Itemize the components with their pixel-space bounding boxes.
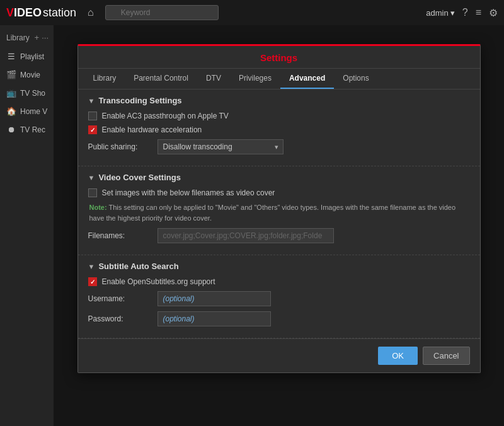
settings-modal: Settings Library Parental Control DTV Pr… xyxy=(77,44,481,373)
search-input[interactable] xyxy=(105,5,219,20)
sidebar-item-playlists[interactable]: ☰ Playlist xyxy=(0,47,54,66)
sidebar-item-homevideos[interactable]: 🏠 Home V xyxy=(0,102,54,120)
filenames-label: Filenames: xyxy=(88,231,151,240)
help-icon[interactable]: ? xyxy=(462,7,468,18)
filenames-input[interactable] xyxy=(158,228,334,243)
tvrecordings-icon: ⏺ xyxy=(6,125,16,134)
search-wrap: 🔍 xyxy=(105,5,219,20)
movies-icon: 🎬 xyxy=(6,70,16,79)
ac3-label: Enable AC3 passthrough on Apple TV xyxy=(102,112,229,120)
hw-accel-checkbox[interactable] xyxy=(88,125,97,134)
admin-label: admin xyxy=(426,8,448,18)
ac3-checkbox[interactable] xyxy=(88,112,97,120)
hw-accel-label: Enable hardware acceleration xyxy=(102,125,202,134)
password-input[interactable] xyxy=(158,311,271,326)
sidebar-item-label: Movie xyxy=(20,71,40,79)
public-sharing-select[interactable]: Disallow transcoding Allow transcoding A… xyxy=(158,139,284,154)
topbar-right: admin ▾ ? ≡ ⚙ xyxy=(426,7,498,19)
tab-dtv[interactable]: DTV xyxy=(197,69,230,89)
username-row: Username: xyxy=(88,291,470,306)
sidebar-add-button[interactable]: + xyxy=(35,33,40,42)
password-row: Password: xyxy=(88,311,470,326)
sidebar-item-movies[interactable]: 🎬 Movie xyxy=(0,66,54,84)
sidebar-library-label: Library xyxy=(6,33,30,42)
opensubtitles-checkbox[interactable] xyxy=(88,277,97,286)
cancel-button[interactable]: Cancel xyxy=(423,347,469,365)
note-text-content: This setting can only be applied to "Mov… xyxy=(89,204,456,222)
sidebar-actions: + ··· xyxy=(35,33,49,42)
playlists-icon: ☰ xyxy=(6,52,16,61)
opensubtitles-label: Enable OpenSubtitles.org support xyxy=(102,277,215,286)
home-button[interactable]: ⌂ xyxy=(83,4,99,21)
video-cover-section: ▼ Video Cover Settings Set images with t… xyxy=(78,166,480,255)
tab-library[interactable]: Library xyxy=(84,69,125,89)
settings-icon[interactable]: ⚙ xyxy=(489,7,498,19)
sidebar-item-tvshows[interactable]: 📺 TV Sho xyxy=(0,84,54,102)
public-sharing-select-wrap: Disallow transcoding Allow transcoding A… xyxy=(158,139,284,154)
transcoding-chevron: ▼ xyxy=(88,97,95,105)
sidebar-item-label: Playlist xyxy=(20,52,44,61)
video-cover-header[interactable]: ▼ Video Cover Settings xyxy=(88,173,470,182)
ac3-row: Enable AC3 passthrough on Apple TV xyxy=(88,112,470,120)
sidebar-more-button[interactable]: ··· xyxy=(42,33,49,42)
password-label: Password: xyxy=(88,314,151,323)
video-cover-checkbox-label: Set images with the below filenames as v… xyxy=(102,188,275,197)
filenames-row: Filenames: xyxy=(88,228,470,243)
tab-options[interactable]: Options xyxy=(334,69,377,89)
topbar: VIDEO station ⌂ 🔍 admin ▾ ? ≡ ⚙ xyxy=(0,0,504,25)
subtitle-section: ▼ Subtitle Auto Search Enable OpenSubtit… xyxy=(78,255,480,338)
tabs-bar: Library Parental Control DTV Privileges … xyxy=(78,69,480,89)
sidebar-header: Library + ··· xyxy=(0,30,54,47)
sidebar-item-label: TV Sho xyxy=(20,89,45,98)
logo-station: station xyxy=(43,6,76,20)
sidebar-item-tvrecordings[interactable]: ⏺ TV Rec xyxy=(0,120,54,139)
sidebar-item-label: Home V xyxy=(20,107,47,116)
modal-footer: OK Cancel xyxy=(78,338,480,372)
tab-parental-control[interactable]: Parental Control xyxy=(125,69,197,89)
opensubtitles-row: Enable OpenSubtitles.org support xyxy=(88,277,470,286)
modal-title: Settings xyxy=(78,46,480,69)
subtitle-chevron: ▼ xyxy=(88,263,95,270)
tab-privileges[interactable]: Privileges xyxy=(230,69,280,89)
ok-button[interactable]: OK xyxy=(378,347,418,365)
sidebar: Library + ··· ☰ Playlist 🎬 Movie 📺 TV Sh… xyxy=(0,25,54,426)
video-cover-chevron: ▼ xyxy=(88,174,95,181)
app-logo: VIDEO station xyxy=(6,6,76,20)
homevideos-icon: 🏠 xyxy=(6,106,16,116)
transcoding-header[interactable]: ▼ Transcoding Settings xyxy=(88,96,470,105)
modal-overlay: Settings Library Parental Control DTV Pr… xyxy=(54,25,504,426)
logo-text: VIDEO xyxy=(6,6,42,20)
tab-advanced[interactable]: Advanced xyxy=(280,69,334,89)
modal-body: ▼ Transcoding Settings Enable AC3 passth… xyxy=(78,89,480,338)
public-sharing-label: Public sharing: xyxy=(88,142,151,151)
subtitle-header[interactable]: ▼ Subtitle Auto Search xyxy=(88,262,470,271)
subtitle-title: Subtitle Auto Search xyxy=(98,262,178,271)
video-cover-checkbox[interactable] xyxy=(88,188,97,197)
admin-menu[interactable]: admin ▾ xyxy=(426,8,454,18)
sidebar-item-label: TV Rec xyxy=(20,125,45,134)
admin-dropdown-arrow: ▾ xyxy=(450,8,455,18)
hw-accel-row: Enable hardware acceleration xyxy=(88,125,470,134)
transcoding-section: ▼ Transcoding Settings Enable AC3 passth… xyxy=(78,89,480,166)
transcoding-title: Transcoding Settings xyxy=(98,96,181,105)
main-area: Library + ··· ☰ Playlist 🎬 Movie 📺 TV Sh… xyxy=(0,25,504,426)
username-input[interactable] xyxy=(158,291,271,306)
public-sharing-row: Public sharing: Disallow transcoding All… xyxy=(88,139,470,154)
video-cover-checkbox-row: Set images with the below filenames as v… xyxy=(88,188,470,197)
note-label: Note: xyxy=(89,204,107,211)
content-area: Settings Library Parental Control DTV Pr… xyxy=(54,25,504,426)
tvshows-icon: 📺 xyxy=(6,88,16,98)
video-cover-note: Note: This setting can only be applied t… xyxy=(88,202,470,223)
list-icon[interactable]: ≡ xyxy=(476,7,481,18)
video-cover-title: Video Cover Settings xyxy=(98,173,181,182)
username-label: Username: xyxy=(88,294,151,303)
